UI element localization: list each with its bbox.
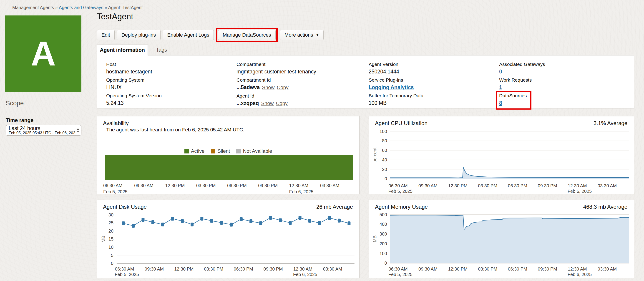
disk-chart-plot: 051015202530MB06:30 AM09:30 AM12:30 PM03… (97, 200, 359, 278)
associated-gateways-link[interactable]: 0 (499, 69, 502, 74)
memory-chart-plot: 0100200300400500MB06:30 AM09:30 AM12:30 … (369, 200, 634, 278)
svg-text:09:30 PM: 09:30 PM (264, 266, 283, 272)
x-time-label: 03:30 AM (320, 183, 359, 188)
enable-agent-logs-button[interactable]: Enable Agent Logs (163, 30, 214, 40)
svg-text:0: 0 (384, 176, 387, 181)
breadcrumb-item: Management Agents (12, 5, 54, 10)
field-label: Buffer for Temporary Data (368, 93, 424, 98)
button-label: Deploy plug-ins (122, 32, 156, 38)
x-axis-tick: 03:30 AM (320, 183, 359, 188)
more-actions-button[interactable]: More actions▼ (280, 30, 324, 40)
copy-link[interactable]: Copy (277, 84, 288, 90)
x-date-label: Feb 5, 2025 (103, 189, 142, 194)
field-value: 5.24.13 (106, 100, 162, 106)
field-label: Operating System (106, 77, 162, 83)
tab-agent-information[interactable]: Agent information (97, 44, 148, 56)
svg-text:03:30 PM: 03:30 PM (204, 266, 223, 272)
field-value: LINUX (106, 84, 162, 90)
svg-text:09:30 PM: 09:30 PM (538, 266, 557, 272)
svg-text:Feb 6, 2025: Feb 6, 2025 (293, 272, 317, 277)
info-column-3: Agent Version250204.1444Service Plug-ins… (368, 62, 424, 106)
page: { "breadcrumb": { "separator": "\u00bb",… (0, 0, 644, 281)
availability-last-heard-text: The agent was last heard from on Feb 6, … (106, 127, 244, 133)
svg-text:03:30 AM: 03:30 AM (323, 266, 342, 272)
time-range-select[interactable]: Last 24 hours Feb 05, 2025 05:43 UTC - F… (6, 125, 82, 136)
field-datasources: DataSources8 (496, 91, 532, 110)
svg-text:06:30 PM: 06:30 PM (508, 183, 527, 188)
chevron-up-icon[interactable] (77, 128, 79, 130)
show-link[interactable]: Show (262, 84, 274, 90)
legend-label: Silent (218, 148, 230, 154)
field-value: Logging Analytics (368, 84, 424, 90)
show-link[interactable]: Show (261, 100, 274, 106)
svg-text:06:30 PM: 06:30 PM (234, 266, 253, 272)
svg-text:20: 20 (382, 167, 387, 172)
time-range-value: Last 24 hours (9, 126, 76, 131)
availability-title: Availability (103, 120, 129, 126)
datasources-link[interactable]: 8 (499, 100, 502, 106)
field-agent-version: Agent Version250204.1444 (368, 62, 424, 75)
svg-text:60: 60 (382, 148, 387, 153)
svg-text:MB: MB (101, 236, 106, 242)
svg-text:30: 30 (108, 212, 114, 217)
field-label: Service Plug-ins (368, 77, 424, 83)
svg-text:5: 5 (111, 253, 114, 258)
svg-text:Feb 5, 2025: Feb 5, 2025 (388, 272, 412, 277)
svg-text:20: 20 (108, 228, 114, 234)
field-buffer-for-temporary-data: Buffer for Temporary Data100 MB (368, 93, 424, 106)
svg-text:03:30 PM: 03:30 PM (478, 183, 497, 188)
sidebar-divider (6, 114, 88, 114)
service-plug-ins-link[interactable]: Logging Analytics (368, 84, 414, 90)
svg-text:300: 300 (380, 232, 387, 236)
field-label: Compartment (236, 62, 316, 67)
manage-datasources-button[interactable]: Manage DataSources (218, 30, 276, 40)
field-value: 1 (499, 84, 545, 90)
field-value: ...5adwvaShowCopy (236, 84, 316, 91)
availability-legend: ActiveSilentNot Available (97, 148, 359, 154)
field-value: 8 (499, 100, 527, 106)
button-label: Manage DataSources (223, 32, 271, 38)
dropdown-caret-icon: ▼ (316, 34, 319, 36)
legend-item-silent: Silent (211, 148, 230, 154)
cpu-utilization-card: Agent CPU Utilization 3.1% Average 02040… (369, 116, 634, 194)
svg-text:15: 15 (108, 236, 114, 242)
chevron-down-icon[interactable] (77, 131, 79, 132)
disk-usage-card: Agent Disk Usage 26 mb Average 051015202… (97, 200, 360, 278)
availability-x-axis: 06:30 AMFeb 5, 202509:30 AM12:30 PM03:30… (105, 183, 353, 194)
field-value: 100 MB (368, 100, 424, 106)
spinner-icons[interactable] (76, 128, 79, 132)
svg-text:0: 0 (384, 260, 387, 266)
cpu-chart-plot: 020406080100percent06:30 AM09:30 AM12:30… (369, 116, 634, 194)
svg-text:500: 500 (380, 212, 387, 217)
x-date-label: Feb 6, 2025 (289, 189, 328, 194)
svg-text:03:30 PM: 03:30 PM (478, 266, 497, 272)
legend-item-active: Active (184, 148, 205, 154)
field-label: DataSources (499, 93, 527, 98)
avatar-letter: A (31, 34, 56, 74)
field-service-plug-ins: Service Plug-insLogging Analytics (368, 77, 424, 90)
svg-text:06:30 AM: 06:30 AM (389, 266, 408, 272)
edit-button[interactable]: Edit (97, 30, 114, 40)
copy-link[interactable]: Copy (276, 100, 288, 106)
breadcrumb-link[interactable]: Agents and Gateways (59, 5, 104, 10)
work-requests-link[interactable]: 1 (499, 84, 502, 90)
button-label: Edit (102, 32, 110, 38)
svg-text:0: 0 (111, 261, 114, 266)
tab-tags[interactable]: Tags (148, 44, 210, 55)
field-label: Agent Version (368, 62, 424, 67)
svg-text:12:30 AM: 12:30 AM (293, 266, 312, 272)
highlight-box: Manage DataSources (216, 28, 278, 42)
field-id-value: ...xzqpsq (236, 100, 259, 106)
svg-text:12:30 PM: 12:30 PM (174, 266, 194, 272)
field-operating-system: Operating SystemLINUX (106, 77, 162, 90)
info-column-2: Compartmentmgmtagent-customer-test-tenan… (236, 62, 316, 107)
field-value: hostname.testagent (106, 68, 162, 75)
svg-text:100: 100 (380, 129, 387, 134)
svg-text:03:30 AM: 03:30 AM (598, 183, 617, 188)
field-value: 250204.1444 (368, 68, 424, 75)
deploy-plug-ins-button[interactable]: Deploy plug-ins (117, 30, 160, 40)
svg-text:09:30 PM: 09:30 PM (538, 183, 557, 188)
svg-text:Feb 5, 2025: Feb 5, 2025 (388, 189, 412, 194)
legend-swatch-icon (236, 149, 241, 154)
avatar: A (5, 16, 82, 92)
